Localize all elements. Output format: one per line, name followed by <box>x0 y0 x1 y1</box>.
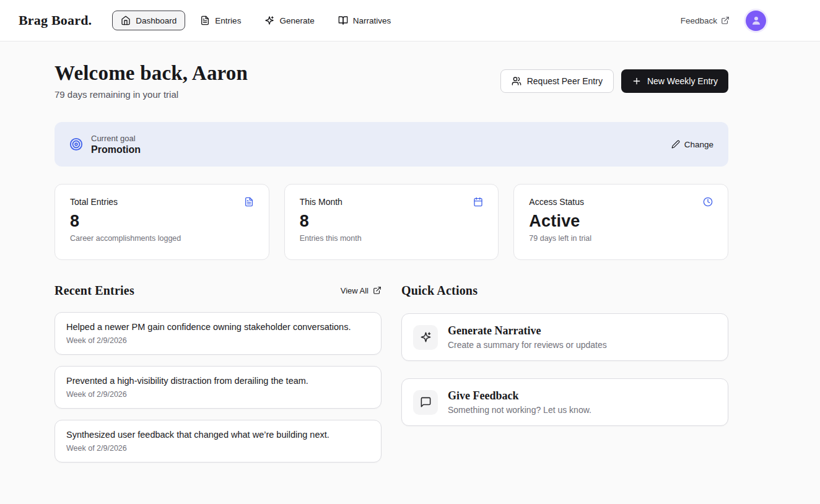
trial-remaining-text: 79 days remaining in your trial <box>55 89 248 100</box>
top-nav: Brag Board. Dashboard Entries Generate <box>0 0 820 41</box>
stat-caption: Entries this month <box>300 234 484 243</box>
clock-icon <box>703 197 713 207</box>
external-link-icon <box>721 16 730 25</box>
entry-date: Week of 2/9/2026 <box>66 444 370 453</box>
message-square-icon <box>413 390 438 415</box>
sparkles-icon <box>413 325 438 350</box>
book-open-icon <box>338 15 348 25</box>
current-goal-banner: Current goal Promotion Change <box>55 122 728 167</box>
entry-card[interactable]: Synthesized user feedback that changed w… <box>55 420 382 463</box>
entry-card[interactable]: Prevented a high-visibility distraction … <box>55 366 382 409</box>
calendar-icon <box>473 197 483 207</box>
entry-date: Week of 2/9/2026 <box>66 390 370 399</box>
brand-logo[interactable]: Brag Board. <box>19 12 92 28</box>
action-subtitle: Create a summary for reviews or updates <box>448 340 607 350</box>
header-actions: Request Peer Entry New Weekly Entry <box>500 69 728 93</box>
plus-icon <box>632 76 642 86</box>
nav-item-narratives[interactable]: Narratives <box>329 11 400 30</box>
new-weekly-entry-label: New Weekly Entry <box>647 76 718 86</box>
nav-item-dashboard[interactable]: Dashboard <box>112 11 185 30</box>
entry-text: Prevented a high-visibility distraction … <box>66 376 370 386</box>
nav-item-label: Narratives <box>353 16 391 25</box>
stat-title: This Month <box>300 197 342 207</box>
request-peer-entry-button[interactable]: Request Peer Entry <box>500 69 614 93</box>
users-icon <box>512 76 521 86</box>
nav-item-label: Entries <box>215 16 241 25</box>
view-all-link[interactable]: View All <box>341 286 382 295</box>
feedback-label: Feedback <box>681 16 717 25</box>
recent-entries-section: Recent Entries View All Helped a newer P… <box>55 282 382 463</box>
file-text-icon <box>244 197 254 207</box>
external-link-icon <box>373 286 382 295</box>
goal-value: Promotion <box>91 144 141 155</box>
view-all-label: View All <box>341 286 369 295</box>
entry-date: Week of 2/9/2026 <box>66 336 370 345</box>
nav-item-entries[interactable]: Entries <box>191 11 250 30</box>
entry-card[interactable]: Helped a newer PM gain confidence owning… <box>55 312 382 355</box>
entry-list: Helped a newer PM gain confidence owning… <box>55 312 382 463</box>
request-peer-entry-label: Request Peer Entry <box>527 76 603 86</box>
user-icon <box>751 15 762 26</box>
feedback-link[interactable]: Feedback <box>681 16 730 25</box>
nav-item-generate[interactable]: Generate <box>256 11 323 30</box>
nav-items: Dashboard Entries Generate Narratives <box>112 11 399 30</box>
stat-title: Total Entries <box>70 197 118 207</box>
stat-value: 8 <box>300 212 484 231</box>
nav-item-label: Dashboard <box>136 16 177 25</box>
file-text-icon <box>200 15 210 25</box>
avatar[interactable] <box>746 11 766 31</box>
generate-narrative-card[interactable]: Generate Narrative Create a summary for … <box>401 313 728 361</box>
goal-label: Current goal <box>91 134 141 143</box>
stat-caption: 79 days left in trial <box>529 234 713 243</box>
recent-entries-title: Recent Entries <box>55 284 134 298</box>
stat-card-access-status: Access Status Active 79 days left in tri… <box>513 184 728 260</box>
give-feedback-card[interactable]: Give Feedback Something not working? Let… <box>401 378 728 426</box>
new-weekly-entry-button[interactable]: New Weekly Entry <box>621 69 728 93</box>
entry-text: Helped a newer PM gain confidence owning… <box>66 322 370 332</box>
sparkles-icon <box>264 15 274 25</box>
action-subtitle: Something not working? Let us know. <box>448 405 591 415</box>
nav-item-label: Generate <box>279 16 314 25</box>
quick-actions-section: Quick Actions Generate Narrative Create … <box>401 282 728 426</box>
target-icon <box>69 137 83 151</box>
stats-grid: Total Entries 8 Career accomplishments l… <box>55 184 728 260</box>
stat-value: 8 <box>70 212 254 231</box>
stat-card-this-month: This Month 8 Entries this month <box>284 184 499 260</box>
entry-text: Synthesized user feedback that changed w… <box>66 430 370 440</box>
stat-caption: Career accomplishments logged <box>70 234 254 243</box>
main-content: Welcome back, Aaron 79 days remaining in… <box>55 62 728 463</box>
change-goal-label: Change <box>684 140 713 149</box>
stat-card-total-entries: Total Entries 8 Career accomplishments l… <box>55 184 269 260</box>
page-header: Welcome back, Aaron 79 days remaining in… <box>55 62 728 100</box>
action-title: Generate Narrative <box>448 324 607 337</box>
pencil-icon <box>671 140 680 149</box>
change-goal-button[interactable]: Change <box>671 140 713 149</box>
page-title: Welcome back, Aaron <box>55 62 248 85</box>
quick-actions-title: Quick Actions <box>401 284 478 298</box>
home-icon <box>121 15 131 25</box>
action-list: Generate Narrative Create a summary for … <box>401 313 728 426</box>
stat-value: Active <box>529 212 713 231</box>
action-title: Give Feedback <box>448 389 591 402</box>
stat-title: Access Status <box>529 197 584 207</box>
